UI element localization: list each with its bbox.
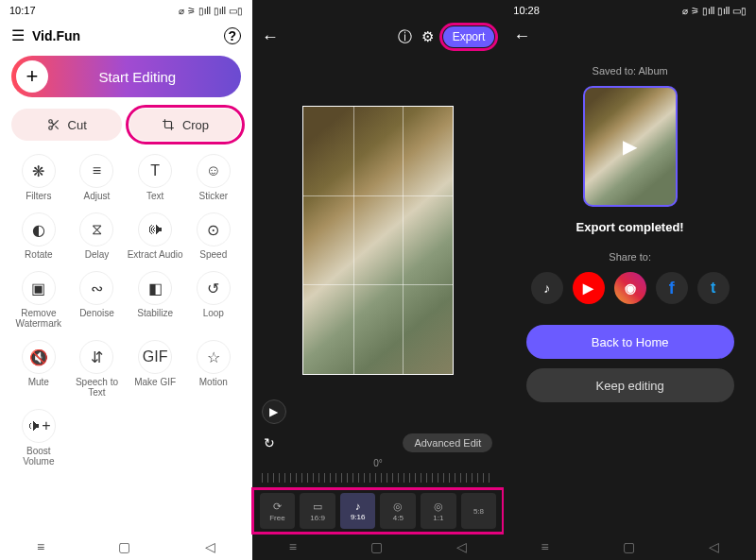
tool-grid[interactable]: ❋Filters≡AdjustTText☺Sticker◐Rotate⧖Dela…	[0, 146, 252, 534]
tool-icon: GIF	[138, 340, 172, 374]
nav-home[interactable]: ▢	[370, 539, 383, 554]
ratio-4-5[interactable]: ◎4:5	[380, 493, 416, 529]
tool-denoise[interactable]: ∾Denoise	[68, 267, 127, 336]
tool-rotate[interactable]: ◐Rotate	[9, 209, 68, 267]
tool-label: Loop	[184, 308, 243, 318]
tool-label: Stabilize	[126, 308, 184, 318]
tool-make-gif[interactable]: GIFMake GIF	[126, 336, 184, 405]
svg-point-0	[48, 120, 52, 124]
ratio-icon: ◎	[434, 501, 443, 513]
tool-sticker[interactable]: ☺Sticker	[184, 150, 243, 209]
tool-icon: ◧	[138, 271, 172, 305]
status-indicators: ⌀ ⚞ ▯ıll ▯ıll ▭▯	[682, 6, 747, 16]
tool-speed[interactable]: ⊙Speed	[184, 209, 243, 267]
tool-filters[interactable]: ❋Filters	[9, 150, 68, 209]
nav-recent[interactable]: ≡	[37, 539, 44, 554]
status-bar	[252, 0, 505, 21]
app-header: ☰ Vid.Fun ?	[0, 21, 252, 50]
share-to-label: Share to:	[609, 251, 651, 263]
export-thumbnail[interactable]: ▶	[583, 86, 678, 207]
share-facebook-icon[interactable]: f	[656, 272, 688, 304]
tool-delay[interactable]: ⧖Delay	[68, 209, 127, 267]
play-button[interactable]: ▶	[262, 399, 286, 424]
menu-icon[interactable]: ☰	[11, 26, 25, 44]
tool-label: Adjust	[68, 191, 127, 201]
status-indicators: ⌀ ⚞ ▯ıll ▯ıll ▭▯	[179, 6, 243, 16]
advanced-row: ↻ Advanced Edit	[252, 428, 505, 458]
tool-icon: ◐	[22, 212, 56, 246]
tool-adjust[interactable]: ≡Adjust	[68, 150, 127, 209]
tool-mute[interactable]: 🔇Mute	[9, 336, 68, 405]
tool-label: Make GIF	[126, 377, 184, 387]
nav-recent[interactable]: ≡	[541, 539, 548, 554]
tool-label: Mute	[9, 377, 68, 387]
ratio-5-8[interactable]: 5:8	[461, 493, 497, 529]
share-youtube-icon[interactable]: ▶	[573, 272, 605, 304]
ratio-icon: ♪	[355, 501, 361, 512]
back-icon[interactable]: ←	[262, 27, 279, 47]
tool-icon: ≡	[79, 154, 113, 188]
reset-icon[interactable]: ↻	[264, 435, 275, 450]
tool-label: Motion	[184, 377, 243, 387]
ratio-1-1[interactable]: ◎1:1	[421, 493, 456, 529]
help-icon[interactable]: ⓘ	[398, 28, 412, 46]
share-instagram-icon[interactable]: ◉	[614, 272, 646, 304]
ratio-icon: ⟳	[273, 501, 282, 513]
tool-boost-volume[interactable]: 🕩+Boost Volume	[9, 405, 68, 474]
ratio-16-9[interactable]: ▭16:9	[300, 493, 335, 529]
crop-icon	[162, 118, 175, 131]
editor-header: ← ⓘ ⚙ Export	[252, 21, 505, 53]
cut-button[interactable]: Cut	[11, 109, 122, 141]
tool-label: Denoise	[68, 308, 127, 318]
gear-icon[interactable]: ⚙	[421, 28, 434, 45]
nav-back[interactable]: ◁	[709, 539, 719, 554]
tool-icon: ▣	[22, 271, 56, 305]
tool-label: Rotate	[9, 249, 68, 260]
nav-back[interactable]: ◁	[205, 539, 215, 554]
crop-frame[interactable]	[302, 106, 454, 375]
keep-editing-button[interactable]: Keep editing	[526, 368, 734, 402]
status-bar: 10:28 ⌀ ⚞ ▯ıll ▯ıll ▭▯	[504, 0, 756, 21]
status-time: 10:28	[513, 5, 540, 16]
advanced-edit-button[interactable]: Advanced Edit	[403, 433, 492, 452]
tool-text[interactable]: TText	[126, 150, 184, 209]
tool-label: Filters	[9, 191, 68, 201]
crop-button[interactable]: Crop	[129, 109, 240, 141]
status-time: 10:17	[9, 5, 36, 16]
nav-home[interactable]: ▢	[623, 539, 635, 554]
start-editing-button[interactable]: + Start Editing	[11, 56, 241, 97]
ruler-ticks	[262, 473, 495, 483]
tool-extract-audio[interactable]: 🕪Extract Audio	[126, 209, 184, 267]
tool-stabilize[interactable]: ◧Stabilize	[126, 267, 184, 336]
start-editing-label: Start Editing	[53, 69, 241, 85]
ratio-label: 1:1	[433, 514, 443, 522]
share-twitter-icon[interactable]: t	[697, 272, 730, 304]
nav-recent[interactable]: ≡	[289, 539, 297, 554]
ratio-icon: ▭	[313, 501, 322, 513]
ratio-Free[interactable]: ⟳Free	[260, 493, 296, 529]
share-tiktok-icon[interactable]: ♪	[531, 272, 563, 304]
tool-label: Sticker	[184, 191, 243, 201]
nav-home[interactable]: ▢	[118, 539, 130, 554]
tool-motion[interactable]: ☆Motion	[184, 336, 243, 405]
tool-remove-watermark[interactable]: ▣Remove Watermark	[9, 267, 68, 336]
ratio-label: 5:8	[473, 507, 484, 516]
cut-label: Cut	[68, 118, 87, 132]
tool-icon: ❋	[22, 154, 56, 188]
nav-back[interactable]: ◁	[456, 539, 467, 554]
ratio-9-16[interactable]: ♪9:16	[340, 493, 376, 529]
help-icon[interactable]: ?	[224, 27, 241, 44]
back-to-home-button[interactable]: Back to Home	[526, 325, 734, 359]
back-icon[interactable]: ←	[513, 26, 530, 46]
aspect-ratio-row: ⟳Free▭16:9♪9:16◎4:5◎1:15:8	[252, 488, 505, 534]
tool-speech-to-text[interactable]: ⇵Speech to Text	[68, 336, 127, 405]
export-button[interactable]: Export	[443, 26, 495, 47]
share-icons-row: ♪▶◉ft	[531, 272, 730, 304]
tool-icon: ∾	[79, 271, 113, 305]
video-preview[interactable]: ▶	[252, 53, 505, 428]
tool-label: Boost Volume	[9, 446, 68, 467]
svg-point-1	[48, 127, 52, 130]
tool-loop[interactable]: ↺Loop	[184, 267, 243, 336]
tool-icon: 🕪	[138, 212, 172, 246]
rotation-ruler[interactable]: 0°	[252, 458, 505, 488]
